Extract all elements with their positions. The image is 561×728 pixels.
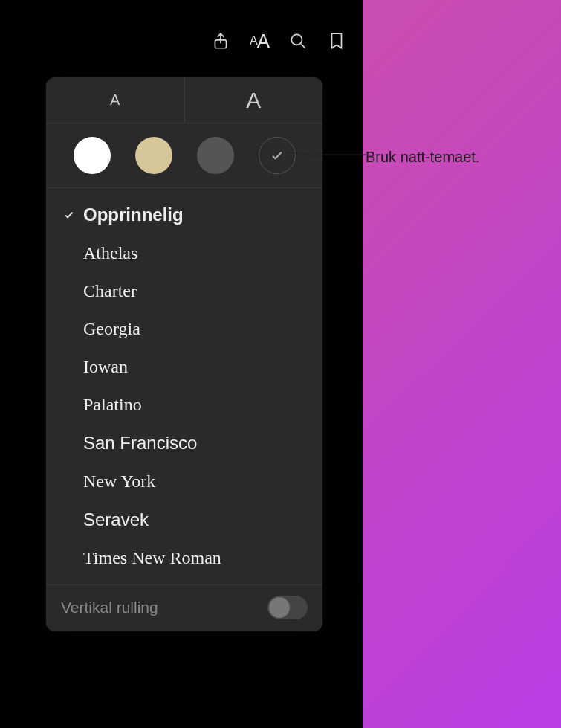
toolbar: AA bbox=[210, 30, 348, 52]
scroll-direction-row: Vertikal rulling bbox=[46, 584, 322, 631]
theme-row bbox=[46, 123, 322, 188]
callout-line bbox=[305, 154, 366, 161]
theme-gray[interactable] bbox=[197, 137, 234, 174]
font-name-label: Charter bbox=[83, 281, 137, 301]
font-list: OpprinneligAthelasCharterGeorgiaIowanPal… bbox=[46, 188, 322, 584]
font-option-times-new-roman[interactable]: Times New Roman bbox=[46, 539, 322, 577]
appearance-popover: A A OpprinneligAthelasCharterGeorgiaIowa… bbox=[46, 77, 322, 631]
font-name-label: Seravek bbox=[83, 509, 149, 530]
font-option-georgia[interactable]: Georgia bbox=[46, 310, 322, 348]
font-option-palatino[interactable]: Palatino bbox=[46, 386, 322, 424]
vertical-scrolling-label: Vertikal rulling bbox=[61, 599, 158, 616]
theme-white[interactable] bbox=[74, 137, 111, 174]
font-name-label: San Francisco bbox=[83, 433, 197, 454]
font-option-iowan[interactable]: Iowan bbox=[46, 348, 322, 386]
app-window: AA A A OpprinneligAthelasCharterGeorgiaI… bbox=[0, 0, 363, 728]
font-option-athelas[interactable]: Athelas bbox=[46, 234, 322, 272]
checkmark-icon bbox=[59, 209, 79, 221]
font-option-san-francisco[interactable]: San Francisco bbox=[46, 424, 322, 463]
font-option-charter[interactable]: Charter bbox=[46, 272, 322, 310]
appearance-icon[interactable]: AA bbox=[248, 30, 270, 52]
theme-night[interactable] bbox=[259, 137, 296, 174]
font-size-increase[interactable]: A bbox=[185, 77, 323, 123]
bookmark-icon[interactable] bbox=[325, 30, 348, 52]
font-name-label: Iowan bbox=[83, 357, 128, 377]
vertical-scrolling-toggle[interactable] bbox=[267, 596, 308, 619]
callout-text: Bruk natt-temaet. bbox=[366, 149, 479, 166]
font-option-seravek[interactable]: Seravek bbox=[46, 500, 322, 539]
font-name-label: Times New Roman bbox=[83, 548, 221, 568]
font-option-new-york[interactable]: New York bbox=[46, 463, 322, 500]
font-name-label: Palatino bbox=[83, 395, 142, 415]
font-name-label: Athelas bbox=[83, 243, 137, 263]
font-option-opprinnelig[interactable]: Opprinnelig bbox=[46, 196, 322, 234]
font-size-decrease[interactable]: A bbox=[46, 77, 185, 123]
font-name-label: New York bbox=[83, 471, 155, 492]
font-name-label: Opprinnelig bbox=[83, 204, 184, 225]
share-icon[interactable] bbox=[210, 30, 232, 52]
font-name-label: Georgia bbox=[83, 319, 140, 339]
theme-sepia[interactable] bbox=[135, 137, 172, 174]
svg-point-1 bbox=[291, 34, 302, 45]
search-icon[interactable] bbox=[287, 30, 309, 52]
font-size-row: A A bbox=[46, 77, 322, 123]
callout: Bruk natt-temaet. bbox=[366, 149, 479, 166]
checkmark-icon bbox=[270, 148, 285, 163]
